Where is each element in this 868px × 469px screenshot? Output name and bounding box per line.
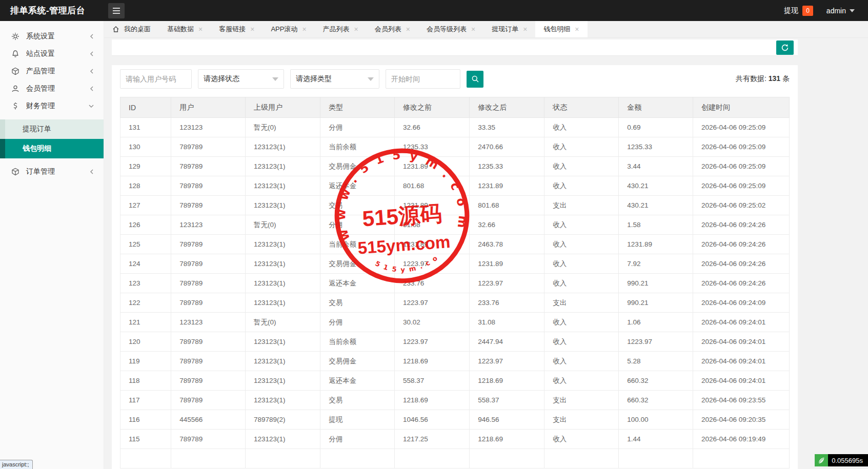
table-cell: 125 bbox=[120, 235, 171, 254]
table-row: 118789789123123(1)返还本金558.371218.69收入660… bbox=[120, 371, 790, 391]
sidebar-item-label: 站点设置 bbox=[26, 49, 55, 58]
refresh-button[interactable] bbox=[776, 40, 794, 55]
total-count-value: 131 bbox=[769, 74, 780, 83]
withdraw-shortcut[interactable]: 提现 0 bbox=[784, 6, 813, 16]
chevron-down-icon bbox=[850, 9, 855, 12]
close-icon[interactable]: × bbox=[575, 26, 579, 33]
table-cell: 789789 bbox=[171, 391, 246, 410]
table-cell: 2026-04-06 09:25:09 bbox=[693, 157, 790, 176]
table-cell: 3.44 bbox=[619, 157, 693, 176]
col-type: 类型 bbox=[320, 97, 395, 118]
table-cell: 1223.97 bbox=[395, 332, 470, 352]
table-cell: 789789 bbox=[171, 352, 246, 371]
table-cell: 2463.78 bbox=[470, 235, 544, 254]
table-cell: 交易佣金 bbox=[320, 254, 395, 274]
app-title: 排单系统-管理后台 bbox=[0, 5, 104, 16]
table-cell: 115 bbox=[120, 430, 171, 449]
table-cell: 收入 bbox=[544, 137, 619, 157]
sidebar-item-order-management[interactable]: 订单管理 bbox=[0, 163, 104, 180]
tab-member-list[interactable]: 会员列表× bbox=[367, 21, 418, 37]
sidebar-item-withdraw-orders[interactable]: 提现订单 bbox=[0, 119, 104, 139]
close-icon[interactable]: × bbox=[250, 26, 254, 33]
tab-my-desktop[interactable]: 我的桌面 bbox=[104, 21, 159, 37]
table-cell: 提现 bbox=[320, 410, 395, 430]
close-icon[interactable]: × bbox=[354, 26, 358, 33]
tab-service-links[interactable]: 客服链接× bbox=[211, 21, 263, 37]
table-cell: 116 bbox=[120, 410, 171, 430]
table-cell: 124 bbox=[120, 254, 171, 274]
close-icon[interactable]: × bbox=[406, 26, 410, 33]
table-cell: 2026-04-06 09:25:02 bbox=[693, 196, 790, 215]
table-cell: 2026-04-06 09:25:09 bbox=[693, 137, 790, 157]
user-number-input[interactable] bbox=[120, 69, 192, 89]
start-time-input[interactable] bbox=[386, 69, 460, 89]
close-icon[interactable]: × bbox=[471, 26, 475, 33]
tab-member-level-list[interactable]: 会员等级列表× bbox=[418, 21, 483, 37]
table-cell: 789789 bbox=[171, 157, 246, 176]
col-after: 修改之后 bbox=[470, 97, 544, 118]
sidebar-toggle-button[interactable] bbox=[108, 3, 125, 18]
close-icon[interactable]: × bbox=[302, 26, 306, 33]
table-cell: 1223.97 bbox=[470, 274, 544, 293]
table-cell: 当前余额 bbox=[320, 137, 395, 157]
tab-wallet-details[interactable]: 钱包明细× bbox=[535, 21, 587, 37]
sidebar-item-system-settings[interactable]: 系统设置 bbox=[0, 28, 104, 45]
table-cell: 支出 bbox=[544, 391, 619, 410]
sidebar-item-label: 财务管理 bbox=[26, 101, 55, 111]
table-cell: 2026-04-06 09:20:35 bbox=[693, 410, 790, 430]
table-cell: 收入 bbox=[544, 352, 619, 371]
sidebar-item-member-management[interactable]: 会员管理 bbox=[0, 80, 104, 97]
sidebar-item-wallet-details[interactable]: 钱包明细 bbox=[0, 139, 104, 158]
table-row: 121123123暂无(0)分佣30.0231.08收入1.062026-04-… bbox=[120, 313, 790, 332]
table-row: 116445566789789(2)提现1046.56946.56支出100.0… bbox=[120, 410, 790, 430]
tab-product-list[interactable]: 产品列表× bbox=[315, 21, 367, 37]
chevron-left-icon bbox=[89, 86, 94, 92]
table-cell: 收入 bbox=[544, 235, 619, 254]
sidebar-item-finance-management[interactable]: 财务管理 bbox=[0, 97, 104, 115]
user-menu[interactable]: admin bbox=[826, 7, 855, 15]
type-select[interactable]: 请选择类型 bbox=[290, 69, 379, 89]
sidebar-item-product-management[interactable]: 产品管理 bbox=[0, 63, 104, 80]
table-cell: 2026-04-06 09:23:55 bbox=[693, 391, 790, 410]
table-cell: 30.02 bbox=[395, 313, 470, 332]
table-cell: 1231.89 bbox=[470, 254, 544, 274]
close-icon[interactable]: × bbox=[198, 26, 203, 33]
table-cell: 31.08 bbox=[395, 215, 470, 235]
tab-app-scroll[interactable]: APP滚动× bbox=[263, 21, 314, 37]
username: admin bbox=[826, 7, 846, 15]
table-cell: 1218.69 bbox=[470, 430, 544, 449]
tab-withdraw-orders[interactable]: 提现订单× bbox=[483, 21, 535, 37]
col-user: 用户 bbox=[171, 97, 246, 118]
sidebar-item-site-settings[interactable]: 站点设置 bbox=[0, 45, 104, 63]
table-cell: 2026-04-06 09:24:09 bbox=[693, 293, 790, 313]
table-cell: 支出 bbox=[544, 196, 619, 215]
table-cell: 789789 bbox=[171, 371, 246, 391]
table-cell bbox=[171, 449, 246, 468]
tab-basic-data[interactable]: 基础数据× bbox=[159, 21, 211, 37]
bell-icon bbox=[11, 50, 19, 58]
close-icon[interactable]: × bbox=[523, 26, 527, 33]
table-cell: 1223.97 bbox=[395, 254, 470, 274]
table-cell: 430.21 bbox=[619, 176, 693, 196]
table-cell: 32.66 bbox=[395, 118, 470, 137]
tab-label: 客服链接 bbox=[219, 25, 246, 34]
search-button[interactable] bbox=[467, 71, 483, 88]
withdraw-count-badge: 0 bbox=[802, 6, 813, 16]
table-cell: 789789 bbox=[171, 196, 246, 215]
table-cell: 128 bbox=[120, 176, 171, 196]
table-cell: 暂无(0) bbox=[246, 215, 320, 235]
table-cell: 支出 bbox=[544, 293, 619, 313]
table-cell: 分佣 bbox=[320, 313, 395, 332]
table-cell bbox=[320, 449, 395, 468]
status-select[interactable]: 请选择状态 bbox=[198, 69, 284, 89]
table-cell: 1.06 bbox=[619, 313, 693, 332]
col-parent-user: 上级用户 bbox=[246, 97, 320, 118]
table-cell: 233.76 bbox=[470, 293, 544, 313]
table-cell: 当前余额 bbox=[320, 332, 395, 352]
cube-icon bbox=[11, 168, 19, 176]
table-cell: 收入 bbox=[544, 313, 619, 332]
table-cell: 收入 bbox=[544, 215, 619, 235]
table-cell bbox=[693, 449, 790, 468]
table-cell: 收入 bbox=[544, 332, 619, 352]
main-content: 请选择状态 请选择类型 共有数据: 131 条 bbox=[104, 38, 805, 469]
